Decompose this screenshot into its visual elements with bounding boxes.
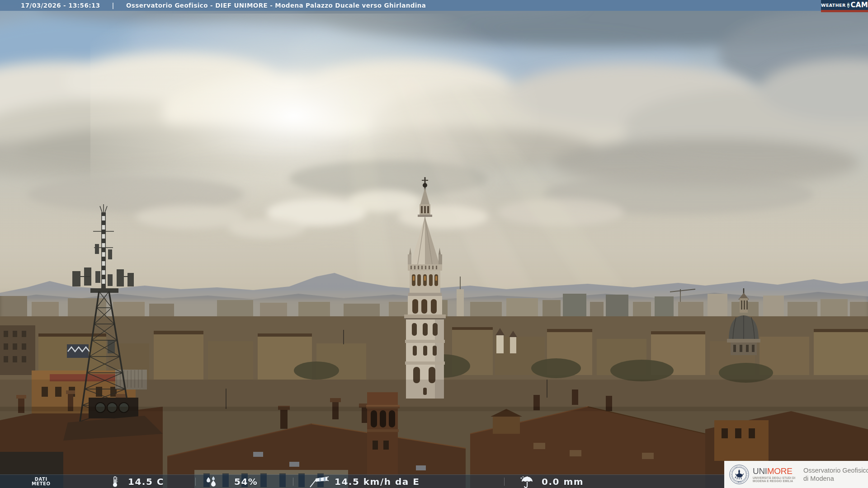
wind-icon	[307, 475, 329, 488]
title-bar: 17/03/2026 - 13:56:13 | Osservatorio Geo…	[0, 0, 868, 11]
weathercam-cam-label: CAM	[851, 1, 868, 9]
weather-data-label: DATI METEO	[32, 475, 50, 488]
unimore-wordmark: UNIMORE UNIVERSITÀ DEGLI STUDI DI MODENA…	[753, 467, 800, 483]
temperature-value: 14.5 C	[128, 475, 164, 488]
humidity-value: 54%	[234, 475, 258, 488]
title-separator: |	[112, 2, 114, 9]
weathercam-globe-icon	[847, 3, 849, 8]
seal-knight-figure	[735, 469, 744, 479]
observatory-name: Osservatorio Geofisico di Modena	[803, 466, 868, 483]
bar-divider	[504, 478, 505, 486]
university-name-line2: MODENA E REGGIO EMILIA	[753, 479, 800, 483]
unimore-more: MORE	[767, 466, 793, 476]
webcam-viewer: 17/03/2026 - 13:56:13 | Osservatorio Geo…	[0, 0, 868, 488]
unimore-observatory-box: UNIVERSITAS STUDIORUM MUTINENSIS ET REGI…	[724, 461, 868, 488]
bar-divider	[293, 478, 293, 486]
bar-divider	[195, 478, 196, 486]
camera-title: Osservatorio Geofisico - DIEF UNIMORE - …	[126, 2, 426, 9]
rain-icon	[519, 475, 535, 488]
timestamp: 17/03/2026 - 13:56:13	[21, 2, 100, 9]
unimore-seal-icon: UNIVERSITAS STUDIORUM MUTINENSIS ET REGI…	[729, 464, 750, 485]
unimore-uni: UNI	[753, 466, 767, 476]
thermometer-icon	[112, 475, 118, 488]
university-name-line1: UNIVERSITÀ DEGLI STUDI DI	[753, 476, 800, 479]
weathercam-weather-label: WEATHER	[821, 3, 846, 8]
seal-year: 1175	[738, 481, 741, 483]
humidity-icon	[204, 475, 218, 488]
precipitation-value: 0.0 mm	[542, 475, 584, 488]
wind-value: 14.5 km/h da E	[335, 475, 420, 488]
weathercam-logo: WEATHER CAM	[821, 0, 868, 12]
webcam-photo-scene	[0, 0, 868, 488]
